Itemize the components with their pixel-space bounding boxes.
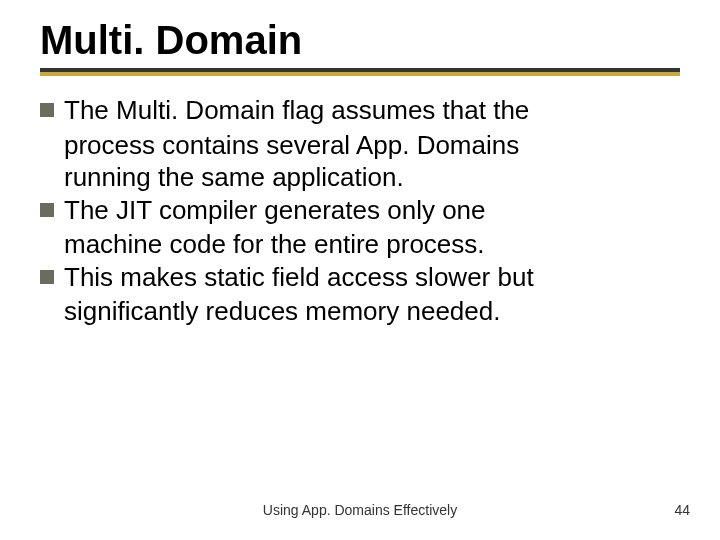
slide: Multi. Domain The Multi. Domain flag ass…	[0, 0, 720, 540]
bullet-text: The JIT compiler generates only one	[64, 194, 486, 227]
bullet-item: This makes static field access slower bu…	[40, 261, 680, 294]
bullet-text: This makes static field access slower bu…	[64, 261, 534, 294]
footer-text: Using App. Domains Effectively	[0, 502, 720, 518]
bullet-item: The Multi. Domain flag assumes that the	[40, 94, 680, 127]
divider-gold	[40, 72, 680, 76]
bullet-cont: process contains several App. Domains	[64, 129, 680, 162]
content: The Multi. Domain flag assumes that the …	[40, 94, 680, 328]
slide-title: Multi. Domain	[40, 18, 680, 62]
bullet-cont: machine code for the entire process.	[64, 228, 680, 261]
bullet-icon	[40, 270, 54, 284]
page-number: 44	[674, 502, 690, 518]
bullet-cont: running the same application.	[64, 161, 680, 194]
bullet-cont: significantly reduces memory needed.	[64, 295, 680, 328]
bullet-text: The Multi. Domain flag assumes that the	[64, 94, 529, 127]
bullet-icon	[40, 103, 54, 117]
bullet-icon	[40, 203, 54, 217]
bullet-item: The JIT compiler generates only one	[40, 194, 680, 227]
